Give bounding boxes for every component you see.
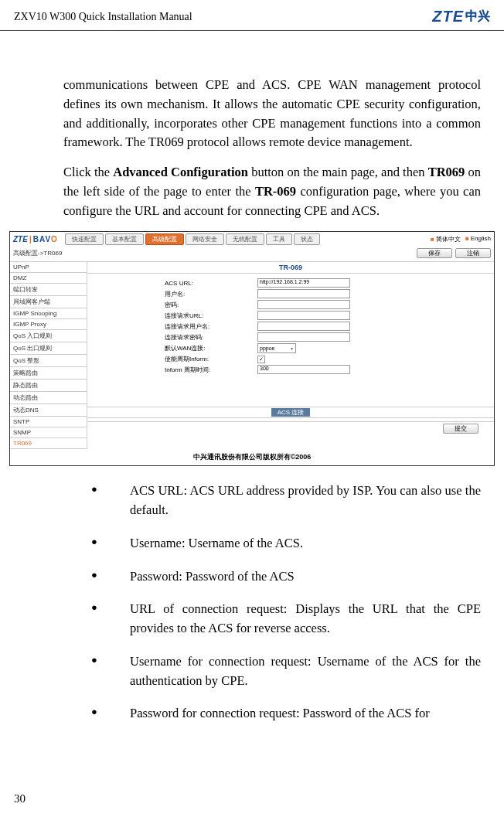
label-password: 密码: bbox=[165, 301, 257, 309]
tab-tools[interactable]: 工具 bbox=[266, 233, 292, 245]
sidebar-item-tr069[interactable]: TR069 bbox=[10, 438, 87, 449]
input-conn-user[interactable] bbox=[257, 322, 350, 331]
checkbox-enable-inform[interactable]: ✓ bbox=[257, 356, 265, 363]
ss-nav: 快速配置 基本配置 高级配置 网络安全 无线配置 工具 状态 bbox=[65, 233, 320, 245]
zte-logo: ZTE 中兴 bbox=[432, 8, 490, 26]
label-acs-url: ACS URL: bbox=[165, 280, 257, 287]
sidebar-item-staticroute[interactable]: 静态路由 bbox=[10, 380, 87, 392]
zte-logo-cn: 中兴 bbox=[465, 9, 490, 25]
input-username[interactable] bbox=[257, 289, 350, 298]
bullet-text: Username for connection request: Usernam… bbox=[130, 652, 481, 691]
ss-main: UPnP DMZ 端口转发 局域网客户端 IGMP Snooping IGMP … bbox=[10, 262, 494, 449]
sidebar-item-igmpproxy[interactable]: IGMP Proxy bbox=[10, 319, 87, 330]
router-screenshot: ZTE | BAVO 快速配置 基本配置 高级配置 网络安全 无线配置 工具 状… bbox=[9, 231, 495, 466]
input-password[interactable] bbox=[257, 300, 350, 309]
bullet-text: ACS URL: ACS URL address provided by ISP… bbox=[130, 482, 481, 520]
list-item: ● Password: Password of the ACS bbox=[91, 567, 481, 587]
row-default-wan: 默认WAN连接: pppoe bbox=[165, 343, 494, 353]
tab-security[interactable]: 网络安全 bbox=[186, 233, 224, 245]
sidebar-item-ddns[interactable]: 动态DNS bbox=[10, 404, 87, 417]
input-inform-period[interactable]: 300 bbox=[257, 365, 350, 374]
label-default-wan: 默认WAN连接: bbox=[165, 344, 257, 352]
copyright: 中兴通讯股份有限公司版权所有©2006 bbox=[10, 449, 494, 465]
bullet-text: Password for connection request: Passwor… bbox=[130, 704, 481, 724]
sidebar-item-igmpsnoop[interactable]: IGMP Snooping bbox=[10, 308, 87, 319]
zte-logo-text: ZTE bbox=[432, 8, 464, 26]
body-text: communications between CPE and ACS. CPE … bbox=[0, 31, 504, 220]
row-username: 用户名: bbox=[165, 289, 494, 298]
sidebar-item-upnp[interactable]: UPnP bbox=[10, 262, 87, 273]
list-item: ● Username for connection request: Usern… bbox=[91, 652, 481, 691]
sidebar-item-sntp[interactable]: SNTP bbox=[10, 417, 87, 427]
paragraph-2: Click the Advanced Configuration button … bbox=[63, 163, 481, 220]
list-item: ● URL of connection request: Displays th… bbox=[91, 600, 481, 638]
bullet-icon: ● bbox=[91, 534, 130, 553]
list-item: ● ACS URL: ACS URL address provided by I… bbox=[91, 482, 481, 520]
list-item: ● Username: Username of the ACS. bbox=[91, 534, 481, 553]
label-conn-pass: 连接请求密码: bbox=[165, 333, 257, 342]
input-conn-url[interactable] bbox=[257, 311, 350, 320]
sidebar-item-qosin[interactable]: QoS 入口规则 bbox=[10, 330, 87, 342]
input-acs-url[interactable]: http://192.168.1.2:99 bbox=[257, 278, 350, 288]
panel-title: TR-069 bbox=[87, 262, 494, 274]
ss-language: 简体中文 English bbox=[431, 235, 491, 243]
bullet-icon: ● bbox=[91, 482, 130, 520]
sidebar-item-policyroute[interactable]: 策略路由 bbox=[10, 367, 87, 380]
ss-breadcrumb-row: 高级配置->TR069 保存 注销 bbox=[10, 247, 494, 262]
tab-quick[interactable]: 快速配置 bbox=[65, 233, 104, 245]
row-conn-user: 连接请求用户名: bbox=[165, 322, 494, 331]
acs-connect-bar: ACS 连接 bbox=[87, 407, 494, 418]
breadcrumb: 高级配置->TR069 bbox=[13, 249, 62, 257]
input-conn-pass[interactable] bbox=[257, 332, 350, 342]
row-password: 密码: bbox=[165, 300, 494, 309]
sidebar-item-dmz[interactable]: DMZ bbox=[10, 273, 87, 284]
page-number: 30 bbox=[14, 792, 26, 805]
ss-logo: ZTE | BAVO bbox=[13, 235, 57, 243]
sidebar-item-qosshape[interactable]: QoS 整形 bbox=[10, 355, 87, 367]
sidebar-item-dynroute[interactable]: 动态路由 bbox=[10, 392, 87, 404]
sidebar-item-portfwd[interactable]: 端口转发 bbox=[10, 284, 87, 296]
list-item: ● Password for connection request: Passw… bbox=[91, 704, 481, 724]
document-header: ZXV10 W300 Quick Installation Manual ZTE… bbox=[0, 0, 504, 31]
tab-status[interactable]: 状态 bbox=[294, 233, 320, 245]
bullet-text: Password: Password of the ACS bbox=[130, 567, 481, 587]
select-default-wan[interactable]: pppoe bbox=[257, 343, 296, 353]
label-inform-period: Inform 周期时间: bbox=[165, 366, 257, 374]
row-conn-url: 连接请求URL: bbox=[165, 311, 494, 320]
ss-content: TR-069 ACS URL: http://192.168.1.2:99 用户… bbox=[87, 262, 494, 449]
row-inform-period: Inform 周期时间: 300 bbox=[165, 365, 494, 374]
label-conn-user: 连接请求用户名: bbox=[165, 322, 257, 331]
ss-sidebar: UPnP DMZ 端口转发 局域网客户端 IGMP Snooping IGMP … bbox=[10, 262, 87, 449]
tab-wireless[interactable]: 无线配置 bbox=[226, 233, 264, 245]
bullet-icon: ● bbox=[91, 704, 130, 724]
ss-top-bar: ZTE | BAVO 快速配置 基本配置 高级配置 网络安全 无线配置 工具 状… bbox=[10, 232, 494, 247]
row-enable-inform: 使能周期Inform: ✓ bbox=[165, 355, 494, 363]
row-conn-pass: 连接请求密码: bbox=[165, 332, 494, 342]
sidebar-item-qosout[interactable]: QoS 出口规则 bbox=[10, 342, 87, 355]
submit-button[interactable]: 提交 bbox=[443, 424, 478, 434]
bullet-icon: ● bbox=[91, 652, 130, 691]
bullet-list: ● ACS URL: ACS URL address provided by I… bbox=[0, 475, 504, 724]
lang-cn[interactable]: 简体中文 bbox=[431, 235, 461, 243]
header-title: ZXV10 W300 Quick Installation Manual bbox=[14, 11, 192, 23]
label-enable-inform: 使能周期Inform: bbox=[165, 355, 257, 363]
label-conn-url: 连接请求URL: bbox=[165, 312, 257, 320]
tab-advanced[interactable]: 高级配置 bbox=[145, 233, 184, 245]
sidebar-item-snmp[interactable]: SNMP bbox=[10, 427, 87, 438]
bullet-text: URL of connection request: Displays the … bbox=[130, 600, 481, 638]
paragraph-1: communications between CPE and ACS. CPE … bbox=[63, 76, 481, 152]
tab-basic[interactable]: 基本配置 bbox=[105, 233, 144, 245]
ss-form: ACS URL: http://192.168.1.2:99 用户名: 密码: … bbox=[87, 274, 494, 399]
save-button[interactable]: 保存 bbox=[417, 248, 452, 258]
submit-row: 提交 bbox=[87, 421, 494, 438]
sidebar-item-lanclient[interactable]: 局域网客户端 bbox=[10, 296, 87, 308]
ss-action-buttons: 保存 注销 bbox=[417, 248, 491, 258]
label-username: 用户名: bbox=[165, 290, 257, 298]
lang-en[interactable]: English bbox=[465, 235, 491, 243]
bullet-text: Username: Username of the ACS. bbox=[130, 534, 481, 553]
bullet-icon: ● bbox=[91, 600, 130, 638]
bullet-icon: ● bbox=[91, 567, 130, 587]
logout-button[interactable]: 注销 bbox=[455, 248, 491, 258]
row-acs-url: ACS URL: http://192.168.1.2:99 bbox=[165, 278, 494, 288]
